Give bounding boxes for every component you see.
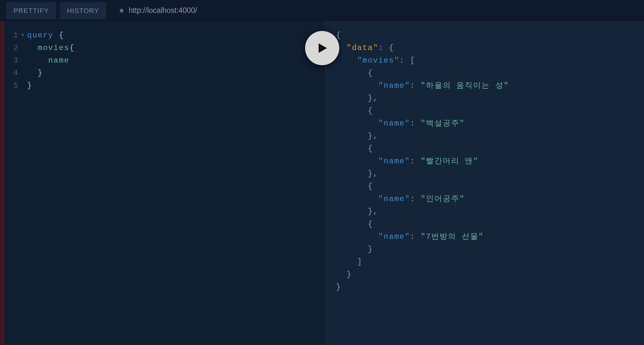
json-key: "name" — [378, 81, 410, 90]
fold-gutter: ▼ — [21, 29, 27, 345]
execute-query-button[interactable] — [305, 31, 339, 65]
json-key: "name" — [378, 157, 410, 166]
result-fold-gutter: ▼ ▼ ▼ — [324, 29, 336, 345]
main-split: 1 2 3 4 5 ▼ query { movies{ name } } ▼ ▼… — [0, 21, 644, 345]
token-keyword: query — [27, 31, 54, 40]
token-field: movies — [38, 44, 69, 52]
prettify-button[interactable]: PRETTIFY — [6, 2, 56, 19]
json-key: "name" — [378, 195, 410, 203]
status-dot-icon — [120, 9, 124, 13]
line-number-gutter: 1 2 3 4 5 — [5, 29, 21, 345]
endpoint-url-input[interactable] — [129, 6, 632, 15]
toolbar: PRETTIFY HISTORY — [0, 0, 644, 21]
url-bar — [114, 3, 638, 18]
history-button[interactable]: HISTORY — [60, 2, 106, 19]
json-value: "빨간머리 앤" — [421, 157, 478, 166]
token-brace: { — [54, 31, 64, 40]
json-key: "name" — [378, 119, 410, 128]
json-value: "인어공주" — [421, 195, 465, 203]
json-key: "data" — [347, 44, 378, 52]
json-value: "백설공주" — [421, 119, 465, 128]
token-brace: } — [27, 81, 32, 90]
json-key: "movies" — [357, 56, 400, 65]
token-brace: } — [38, 69, 43, 77]
json-value: "7번방의 선물" — [421, 232, 484, 241]
recording-indicator-strip — [0, 21, 5, 345]
json-key: "name" — [378, 232, 410, 241]
query-code[interactable]: query { movies{ name } } — [27, 29, 324, 345]
token-field: name — [48, 56, 70, 65]
play-icon — [315, 41, 329, 55]
token-brace: { — [69, 44, 74, 52]
query-editor-panel[interactable]: 1 2 3 4 5 ▼ query { movies{ name } } — [5, 21, 324, 345]
result-panel: ▼ ▼ ▼ { "data": { "movies": [ { "name": … — [324, 21, 644, 345]
json-value: "하울의 움직이는 성" — [421, 81, 509, 90]
result-json: { "data": { "movies": [ { "name": "하울의 움… — [336, 29, 644, 345]
